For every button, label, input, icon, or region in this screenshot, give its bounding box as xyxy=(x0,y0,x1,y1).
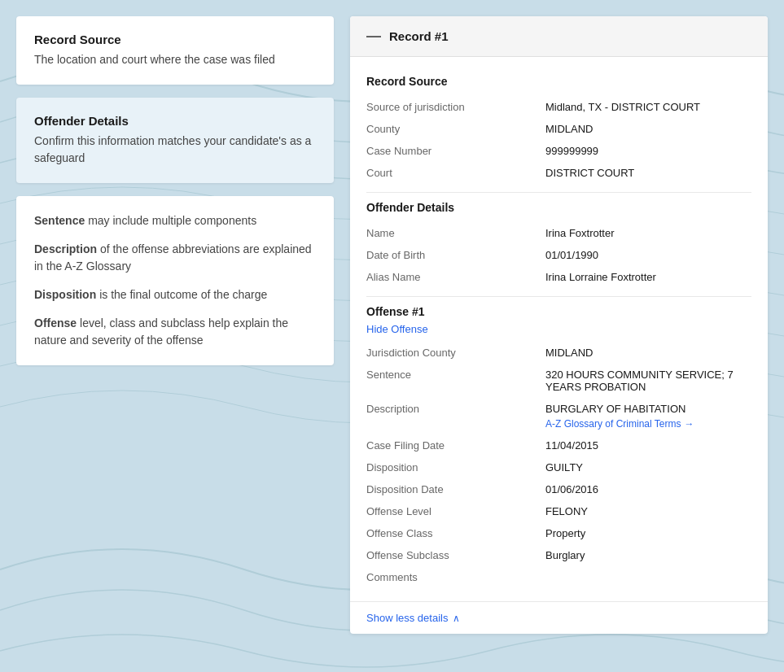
record-source-card: Record Source The location and court whe… xyxy=(16,16,334,85)
show-less-button[interactable]: Show less details xyxy=(350,601,768,634)
field-court: Court DISTRICT COURT xyxy=(366,162,751,184)
field-label-jurisdiction-county: Jurisdiction County xyxy=(366,347,545,359)
sentence-rest: may include multiple components xyxy=(88,214,256,227)
divider-2 xyxy=(366,296,751,297)
field-sentence: Sentence 320 HOURS COMMUNITY SERVICE; 7 … xyxy=(366,364,751,398)
field-value-disposition-date: 01/06/2016 xyxy=(545,483,751,495)
offender-details-section-title: Offender Details xyxy=(366,201,751,214)
field-value-dob: 01/01/1990 xyxy=(545,249,751,261)
field-value-disposition: GUILTY xyxy=(545,461,751,473)
field-value-county: MIDLAND xyxy=(545,123,751,135)
description-text: BURGLARY OF HABITATION xyxy=(545,403,751,415)
field-value-offense-class: Property xyxy=(545,527,751,539)
field-label-disposition: Disposition xyxy=(366,461,545,473)
offender-details-section: Offender Details Name Irina Foxtrotter D… xyxy=(366,201,751,288)
field-offense-level: Offense Level FELONY xyxy=(366,500,751,522)
offender-details-body: Confirm this information matches your ca… xyxy=(34,133,316,167)
description-line: Description of the offense abbreviations… xyxy=(34,241,316,275)
field-value-court: DISTRICT COURT xyxy=(545,167,751,179)
field-value-case-number: 999999999 xyxy=(545,145,751,157)
field-description: Description BURGLARY OF HABITATION A-Z G… xyxy=(366,398,751,434)
field-value-jurisdiction-county: MIDLAND xyxy=(545,347,751,359)
field-alias: Alias Name Irina Lorraine Foxtrotter xyxy=(366,266,751,288)
offense-section: Offense #1 Hide Offense Jurisdiction Cou… xyxy=(366,305,751,588)
record-source-section-title: Record Source xyxy=(366,75,751,88)
field-label-disposition-date: Disposition Date xyxy=(366,483,545,495)
field-label-dob: Date of Birth xyxy=(366,249,545,261)
record-body: Record Source Source of jurisdiction Mid… xyxy=(350,57,768,601)
record-source-title: Record Source xyxy=(34,33,316,46)
offender-details-card: Offender Details Confirm this informatio… xyxy=(16,98,334,183)
field-jurisdiction-county: Jurisdiction County MIDLAND xyxy=(366,342,751,364)
field-disposition-date: Disposition Date 01/06/2016 xyxy=(366,478,751,500)
record-source-body: The location and court where the case wa… xyxy=(34,51,316,68)
field-source-of-jurisdiction: Source of jurisdiction Midland, TX - DIS… xyxy=(366,96,751,118)
field-label-court: Court xyxy=(366,167,545,179)
field-offense-class: Offense Class Property xyxy=(366,522,751,544)
field-name: Name Irina Foxtrotter xyxy=(366,222,751,244)
description-bold: Description xyxy=(34,242,97,255)
az-glossary-link[interactable]: A-Z Glossary of Criminal Terms xyxy=(545,418,751,430)
disposition-line: Disposition is the final outcome of the … xyxy=(34,286,316,303)
field-county: County MIDLAND xyxy=(366,118,751,140)
disposition-rest: is the final outcome of the charge xyxy=(99,288,267,301)
offense-bold: Offense xyxy=(34,316,77,329)
field-label-alias: Alias Name xyxy=(366,271,545,283)
sentence-line: Sentence may include multiple components xyxy=(34,212,316,229)
field-label-source-of-jurisdiction: Source of jurisdiction xyxy=(366,101,545,113)
field-label-offense-subclass: Offense Subclass xyxy=(366,549,545,561)
field-label-case-number: Case Number xyxy=(366,145,545,157)
record-title: Record #1 xyxy=(389,29,449,43)
field-value-sentence: 320 HOURS COMMUNITY SERVICE; 7 YEARS PRO… xyxy=(545,369,751,393)
right-panel: — Record #1 Record Source Source of juri… xyxy=(350,16,768,634)
field-dob: Date of Birth 01/01/1990 xyxy=(366,244,751,266)
record-source-section: Record Source Source of jurisdiction Mid… xyxy=(366,75,751,184)
hide-offense-link[interactable]: Hide Offense xyxy=(366,323,428,335)
field-comments: Comments xyxy=(366,566,751,588)
sentence-bold: Sentence xyxy=(34,214,85,227)
field-value-case-filing-date: 11/04/2015 xyxy=(545,439,751,452)
field-case-number: Case Number 999999999 xyxy=(366,140,751,162)
field-label-description: Description xyxy=(366,403,545,415)
show-less-label: Show less details xyxy=(366,612,448,624)
field-label-county: County xyxy=(366,123,545,135)
glossary-card: Sentence may include multiple components… xyxy=(16,196,334,365)
disposition-bold: Disposition xyxy=(34,288,96,301)
field-case-filing-date: Case Filing Date 11/04/2015 xyxy=(366,434,751,456)
divider-1 xyxy=(366,192,751,193)
field-offense-subclass: Offense Subclass Burglary xyxy=(366,544,751,566)
field-label-offense-level: Offense Level xyxy=(366,505,545,517)
offender-details-title: Offender Details xyxy=(34,114,316,128)
field-value-offense-subclass: Burglary xyxy=(545,549,751,561)
field-value-alias: Irina Lorraine Foxtrotter xyxy=(545,271,751,283)
record-header: — Record #1 xyxy=(350,16,768,57)
record-dash: — xyxy=(366,28,381,45)
offense-title: Offense #1 xyxy=(366,305,751,318)
offense-line: Offense level, class and subclass help e… xyxy=(34,315,316,349)
field-value-offense-level: FELONY xyxy=(545,505,751,517)
field-label-sentence: Sentence xyxy=(366,369,545,381)
field-label-name: Name xyxy=(366,227,545,239)
left-panel: Record Source The location and court whe… xyxy=(16,16,334,365)
field-value-description: BURGLARY OF HABITATION A-Z Glossary of C… xyxy=(545,403,751,430)
field-disposition: Disposition GUILTY xyxy=(366,456,751,478)
field-value-source-of-jurisdiction: Midland, TX - DISTRICT COURT xyxy=(545,101,751,113)
field-value-name: Irina Foxtrotter xyxy=(545,227,751,239)
field-label-comments: Comments xyxy=(366,571,545,583)
field-label-case-filing-date: Case Filing Date xyxy=(366,439,545,452)
field-label-offense-class: Offense Class xyxy=(366,527,545,539)
